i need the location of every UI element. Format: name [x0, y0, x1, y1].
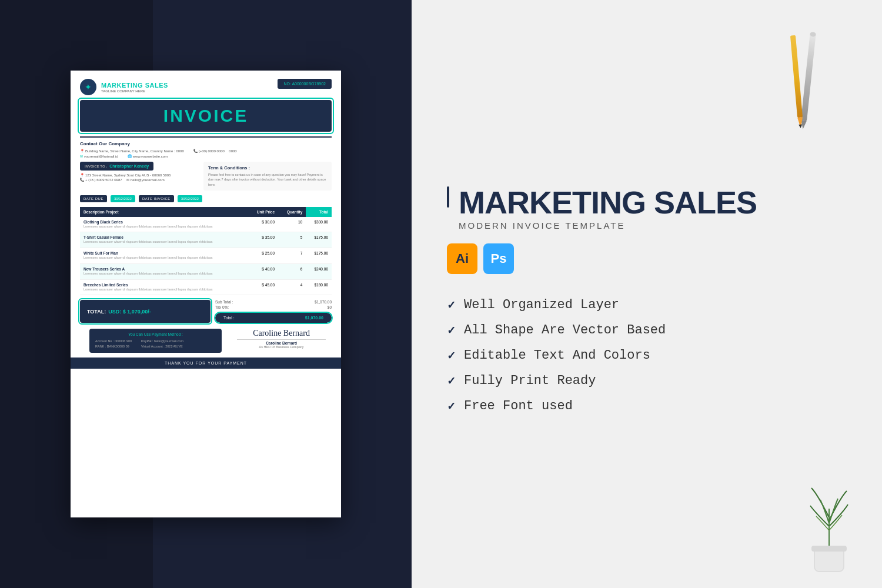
- client-info: 📍 123 Street Name, Sydney Sout City AUS …: [80, 173, 199, 182]
- decorative-plant: [800, 482, 858, 576]
- table-row: T-Shirt Casual Female Loremses asuaraser…: [80, 232, 332, 248]
- bill-to-section: INVOICE TO : Christopher Kenedy 📍 123 St…: [80, 162, 199, 191]
- divider: [80, 136, 332, 138]
- feature-item-5: ✓ Free Font used: [447, 399, 847, 413]
- client-phone: 📞 + (78 ) 6009 5072 0987 ✉ hello@yourema…: [80, 178, 199, 182]
- right-panel: MARKETING SALES MODERN INVOICE TEMPLATE …: [412, 0, 882, 588]
- software-badges: Ai Ps: [447, 243, 847, 274]
- email-icon: ✉: [80, 154, 83, 158]
- invoice-document: ✦ MARKETING SALES TAGLINE COMPANY HERE N…: [71, 71, 341, 517]
- badge-illustrator: Ai: [447, 243, 477, 274]
- date-due-label: DATE DUE: [80, 195, 107, 202]
- subtotal-row: Sub Total : $1,070.00: [215, 300, 332, 304]
- title-separator-bar: [447, 186, 449, 208]
- signer-name: Caroline Bernard: [231, 341, 332, 345]
- email-item: ✉ youremail@hotmail.id: [80, 154, 118, 158]
- terms-title: Term & Conditions :: [208, 165, 327, 171]
- bank-info: Account No : 000006 900 RANK : BANK00000…: [95, 339, 132, 349]
- terms-text: Please feel free to contact us in case o…: [208, 172, 327, 187]
- client-email-icon: ✉: [126, 178, 129, 182]
- bill-to-label: INVOICE TO : Christopher Kenedy: [80, 162, 153, 171]
- table-row: Clothing Black Series Loremses asuaraser…: [80, 217, 332, 232]
- invoice-title: INVOICE: [163, 106, 248, 126]
- table-row: White Suit For Man Loremses asuaraser wl…: [80, 248, 332, 264]
- feature-item-4: ✓ Fully Print Ready: [447, 373, 847, 388]
- col-quantity: Quantity: [278, 207, 306, 217]
- feature-text-3: Editable Text And Colors: [464, 348, 650, 363]
- svg-rect-7: [811, 546, 847, 552]
- check-icon-2: ✓: [447, 324, 456, 337]
- rp-main-title: MARKETING SALES: [459, 186, 757, 218]
- total-label: TOTAL:: [87, 309, 106, 315]
- check-icon-1: ✓: [447, 299, 456, 312]
- col-description: Description Project: [80, 207, 248, 217]
- decorative-pens: [788, 29, 823, 159]
- col-total: Total: [306, 207, 332, 217]
- date-due-value: 30/12/2022: [111, 195, 135, 202]
- paypal-info: PayPal : hello@yourmail.com Virtual Acco…: [141, 339, 183, 349]
- subtotal-label: Sub Total :: [215, 300, 233, 304]
- contact-section: Contact Our Company 📍 Building Name, Str…: [71, 141, 341, 158]
- feature-text-4: Fully Print Ready: [464, 373, 596, 388]
- total-box: TOTAL: USD: $ 1,070,00/-: [80, 300, 211, 323]
- date-invoice-value: 30/12/2022: [178, 195, 202, 202]
- check-icon-4: ✓: [447, 375, 456, 387]
- phone-icon: 📞: [193, 149, 198, 153]
- svg-rect-3: [790, 35, 803, 118]
- feature-item-3: ✓ Editable Text And Colors: [447, 348, 847, 363]
- svg-marker-5: [799, 124, 803, 128]
- contact-row-2: ✉ youremail@hotmail.id 🌐 www.yourwebsite…: [80, 154, 332, 158]
- web-icon: 🌐: [128, 154, 132, 158]
- table-row: Breeches Limited Series Loremses asuaras…: [80, 279, 332, 295]
- col-unit-price: Unit Price: [248, 207, 278, 217]
- client-address: 📍 123 Street Name, Sydney Sout City AUS …: [80, 173, 199, 177]
- dates-row: DATE DUE 30/12/2022 DATE INVOICE 30/12/2…: [71, 195, 341, 202]
- contact-title: Contact Our Company: [80, 141, 332, 146]
- left-panel: ✦ MARKETING SALES TAGLINE COMPANY HERE N…: [0, 0, 412, 588]
- website-item: 🌐 www.yourwebsite.com: [128, 154, 168, 158]
- logo-icon: ✦: [80, 79, 96, 95]
- bill-terms-section: INVOICE TO : Christopher Kenedy 📍 123 St…: [71, 162, 341, 191]
- signature-section: Caroline Bernard Caroline Bernard As HRD…: [231, 329, 332, 349]
- subtotal-value: $1,070.00: [315, 300, 332, 304]
- title-text-area: MARKETING SALES MODERN INVOICE TEMPLATE: [459, 186, 757, 230]
- sign-area: You Can Use Payment Method : Account No …: [80, 325, 332, 353]
- invoice-table: Description Project Unit Price Quantity …: [80, 207, 332, 295]
- rp-subtitle: MODERN INVOICE TEMPLATE: [459, 220, 757, 230]
- total-amount: USD: $ 1,070,00/-: [108, 309, 151, 315]
- terms-section: Term & Conditions : Please feel free to …: [203, 162, 332, 191]
- features-list: ✓ Well Organized Layer ✓ All Shape Are V…: [447, 298, 847, 413]
- feature-text-1: Well Organized Layer: [464, 298, 619, 312]
- thank-you-bar: THANK YOU FOR YOUR PAYMENT: [71, 358, 341, 369]
- badge-photoshop: Ps: [483, 243, 514, 274]
- location-icon: 📍: [80, 149, 84, 153]
- feature-text-2: All Shape Are Vector Based: [464, 323, 666, 338]
- date-invoice-label: DATE INVOICE: [139, 195, 174, 202]
- address-item: 📍 Building Name, Street Name, City Name,…: [80, 149, 184, 153]
- client-location-icon: 📍: [80, 173, 84, 177]
- subtotal-column: Sub Total : $1,070.00 Tax 0%: $0 Total :…: [215, 300, 332, 323]
- company-tagline: TAGLINE COMPANY HERE: [101, 89, 168, 93]
- invoice-title-block: INVOICE: [80, 100, 332, 132]
- contact-row-1: 📍 Building Name, Street Name, City Name,…: [80, 149, 332, 153]
- payment-title: You Can Use Payment Method :: [95, 332, 216, 336]
- signature-script: Caroline Bernard: [231, 329, 332, 338]
- logo-area: ✦ MARKETING SALES TAGLINE COMPANY HERE: [80, 79, 168, 95]
- payment-methods: Account No : 000006 900 RANK : BANK00000…: [95, 339, 216, 349]
- check-icon-5: ✓: [447, 400, 456, 413]
- invoice-footer: TOTAL: USD: $ 1,070,00/- Sub Total : $1,…: [80, 300, 332, 323]
- feature-text-5: Free Font used: [464, 399, 573, 413]
- payment-section: You Can Use Payment Method : Account No …: [89, 329, 222, 353]
- grand-total-row: Total : $1,070.00: [215, 313, 332, 323]
- company-name: MARKETING SALES: [101, 82, 168, 89]
- title-area: MARKETING SALES MODERN INVOICE TEMPLATE: [447, 186, 847, 230]
- phone-item: 📞 (+00) 0000 0000 0000: [193, 149, 237, 153]
- signer-role: As HRD Of Business Company: [231, 345, 332, 349]
- invoice-header: ✦ MARKETING SALES TAGLINE COMPANY HERE N…: [71, 71, 341, 100]
- check-icon-3: ✓: [447, 349, 456, 362]
- grand-total-label: Total :: [223, 316, 235, 320]
- tax-row: Tax 0%: $0: [215, 305, 332, 309]
- svg-rect-0: [801, 32, 816, 121]
- tax-label: Tax 0%:: [215, 305, 229, 309]
- grand-total-value: $1,070.00: [305, 316, 323, 320]
